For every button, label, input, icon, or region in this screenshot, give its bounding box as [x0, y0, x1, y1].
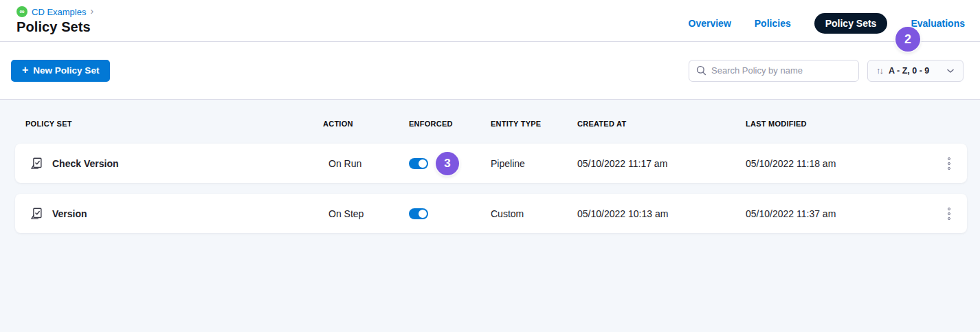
enforced-toggle[interactable]: [409, 208, 428, 219]
chevron-down-icon: [946, 68, 955, 74]
search-icon: [696, 65, 706, 76]
search-box: [689, 60, 859, 82]
tab-overview[interactable]: Overview: [689, 18, 731, 29]
column-header-enforced: ENFORCED: [409, 120, 491, 128]
last-modified-cell: 05/10/2022 11:18 am: [746, 158, 931, 169]
enforced-cell: [409, 208, 491, 219]
tour-step-badge-2: 2: [895, 27, 920, 52]
row-menu-cell: [931, 153, 967, 174]
new-policy-set-label: New Policy Set: [33, 65, 99, 76]
toggle-knob: [419, 210, 427, 218]
toolbar: + New Policy Set ↑↓ A - Z, 0 - 9: [0, 42, 980, 100]
sort-dropdown[interactable]: ↑↓ A - Z, 0 - 9: [867, 60, 964, 82]
last-modified-cell: 05/10/2022 11:37 am: [746, 208, 931, 219]
row-kebab-menu-button[interactable]: [942, 153, 956, 174]
tab-policies[interactable]: Policies: [755, 18, 791, 29]
breadcrumb-link-cd-examples[interactable]: CD Examples: [32, 7, 86, 17]
cd-module-icon: ∞: [16, 6, 27, 17]
policy-set-icon: [29, 156, 44, 171]
sort-selected-option: A - Z, 0 - 9: [889, 66, 929, 76]
policy-sets-page: ∞ CD Examples › Policy Sets Overview Pol…: [0, 0, 980, 332]
tour-step-badge-3: 3: [436, 152, 459, 175]
tab-evaluations[interactable]: Evaluations: [911, 18, 965, 29]
chevron-right-icon: ›: [90, 6, 93, 16]
policy-set-icon: [29, 206, 44, 221]
toolbar-right: ↑↓ A - Z, 0 - 9: [689, 60, 964, 82]
created-at-cell: 05/10/2022 10:13 am: [577, 208, 746, 219]
top-nav: Overview Policies Policy Sets Evaluation…: [689, 13, 965, 34]
column-header-action: ACTION: [323, 120, 409, 128]
tab-policy-sets[interactable]: Policy Sets: [814, 13, 888, 34]
toggle-knob: [419, 159, 427, 168]
enforced-cell: 3: [409, 152, 491, 175]
policy-set-name: Check Version: [52, 158, 119, 169]
header-left: ∞ CD Examples › Policy Sets: [16, 6, 93, 35]
column-header-entity-type: ENTITY TYPE: [491, 120, 577, 128]
table-area: POLICY SET ACTION ENFORCED ENTITY TYPE C…: [0, 100, 980, 332]
page-header: ∞ CD Examples › Policy Sets Overview Pol…: [0, 0, 980, 42]
row-menu-cell: [931, 203, 967, 224]
search-input[interactable]: [711, 65, 851, 76]
column-header-policy-set: POLICY SET: [15, 120, 323, 128]
entity-type-cell: Custom: [491, 208, 577, 219]
new-policy-set-button[interactable]: + New Policy Set: [11, 60, 110, 82]
breadcrumb: ∞ CD Examples ›: [16, 6, 93, 17]
page-title: Policy Sets: [16, 19, 93, 35]
action-cell: On Run: [323, 158, 409, 169]
entity-type-cell: Pipeline: [491, 158, 577, 169]
row-kebab-menu-button[interactable]: [942, 203, 956, 224]
column-header-created-at: CREATED AT: [577, 120, 746, 128]
enforced-toggle[interactable]: [409, 158, 428, 169]
policy-set-name: Version: [52, 208, 87, 219]
table-header-row: POLICY SET ACTION ENFORCED ENTITY TYPE C…: [15, 100, 967, 144]
table-row-version[interactable]: Version On Step Custom 05/10/2022 10:13 …: [15, 194, 967, 233]
policy-set-name-cell: Version: [15, 206, 323, 221]
sort-arrows-icon: ↑↓: [876, 66, 882, 75]
column-header-last-modified: LAST MODIFIED: [746, 120, 931, 128]
action-cell: On Step: [323, 208, 409, 219]
table-row-check-version[interactable]: Check Version On Run 3 Pipeline 05/10/20…: [15, 144, 967, 183]
policy-set-name-cell: Check Version: [15, 156, 323, 171]
created-at-cell: 05/10/2022 11:17 am: [577, 158, 746, 169]
plus-icon: +: [22, 65, 28, 76]
